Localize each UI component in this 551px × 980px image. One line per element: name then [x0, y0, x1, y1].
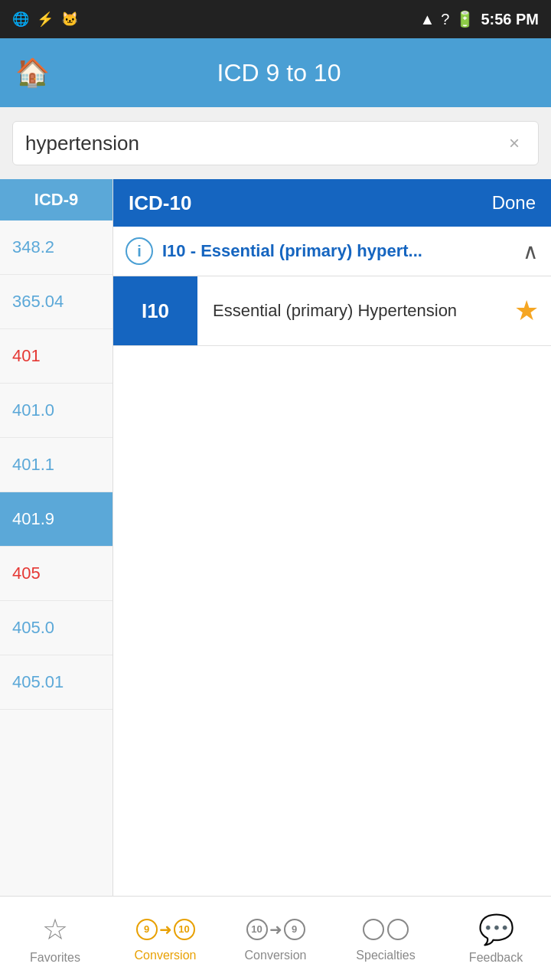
icd9-item-348-2[interactable]: 348.2 [0, 220, 112, 275]
icd9-column: ICD-9 348.2 365.04 401 401.0 401.1 401.9… [0, 179, 113, 896]
nav-label-conversion-9to10: Conversion [135, 949, 197, 962]
nav-label-conversion-10to9: Conversion [245, 949, 307, 962]
specialties-icon [363, 915, 409, 944]
search-input[interactable] [25, 132, 503, 155]
usb-icon: ⚡ [37, 11, 54, 28]
status-left-icons: 🌐 ⚡ 🐱 [12, 11, 78, 28]
icd10-code-label: I10 - Essential (primary) hypert... [162, 241, 514, 261]
nav-item-feedback[interactable]: 💬 Feedback [441, 905, 551, 972]
search-clear-button[interactable]: × [503, 129, 526, 157]
info-icon[interactable]: i [126, 237, 153, 265]
main-content: ICD-9 348.2 365.04 401 401.0 401.1 401.9… [0, 179, 551, 896]
nav-item-specialties[interactable]: Specialties [331, 907, 441, 970]
battery-icon: 🔋 [455, 10, 474, 28]
icd9-item-405-0[interactable]: 405.0 [0, 601, 112, 655]
status-right-icons: ▲ ? 🔋 5:56 PM [419, 10, 539, 28]
app-title: ICD 9 to 10 [65, 59, 493, 87]
icd9-item-401-0[interactable]: 401.0 [0, 384, 112, 438]
icd9-item-405[interactable]: 405 [0, 547, 112, 601]
question-icon: ? [441, 11, 449, 28]
icd9-header: ICD-9 [0, 179, 112, 220]
nav-item-favorites[interactable]: ☆ Favorites [0, 905, 110, 972]
home-icon[interactable]: 🏠 [15, 57, 50, 89]
icd9-item-401-1[interactable]: 401.1 [0, 438, 112, 492]
globe-icon: 🌐 [12, 11, 29, 28]
nav-item-conversion-9to10[interactable]: 9 ➜ 10 Conversion [110, 907, 220, 970]
icd9-item-405-01[interactable]: 405.01 [0, 655, 112, 710]
icd10-result-header[interactable]: i I10 - Essential (primary) hypert... ∧ [113, 227, 551, 276]
chevron-up-icon[interactable]: ∧ [523, 239, 539, 264]
icd10-result-row: i I10 - Essential (primary) hypert... ∧ … [113, 227, 551, 346]
conversion-9to10-icon: 9 ➜ 10 [136, 915, 195, 944]
icd10-code-box[interactable]: I10 [113, 276, 197, 345]
icd9-item-401-9[interactable]: 401.9 [0, 492, 112, 547]
search-container: × [0, 107, 551, 179]
nav-item-conversion-10to9[interactable]: 10 ➜ 9 Conversion [220, 907, 331, 970]
icd10-expanded-item: I10 Essential (primary) Hypertension ★ [113, 276, 551, 345]
cat-icon: 🐱 [61, 11, 78, 28]
nav-label-specialties: Specialties [356, 949, 415, 962]
icd10-column: ICD-10 Done i I10 - Essential (primary) … [113, 179, 551, 896]
icd10-header-title: ICD-10 [129, 191, 191, 215]
nav-label-feedback: Feedback [469, 951, 523, 965]
status-time: 5:56 PM [481, 11, 539, 28]
bottom-nav: ☆ Favorites 9 ➜ 10 Conversion 10 ➜ 9 Con… [0, 896, 551, 980]
icd10-header: ICD-10 Done [113, 179, 551, 227]
conversion-10to9-icon: 10 ➜ 9 [246, 915, 305, 944]
star-favorite-icon[interactable]: ★ [502, 283, 551, 339]
icd9-item-365-04[interactable]: 365.04 [0, 275, 112, 329]
search-bar: × [12, 121, 539, 165]
favorites-star-icon: ☆ [42, 913, 68, 946]
icd10-description: Essential (primary) Hypertension [197, 287, 502, 335]
status-bar: 🌐 ⚡ 🐱 ▲ ? 🔋 5:56 PM [0, 0, 551, 38]
nav-label-favorites: Favorites [30, 951, 80, 965]
app-header: 🏠 ICD 9 to 10 [0, 38, 551, 107]
icd9-item-401[interactable]: 401 [0, 329, 112, 384]
feedback-chat-icon: 💬 [478, 913, 514, 946]
wifi-icon: ▲ [419, 11, 435, 28]
icd10-done-button[interactable]: Done [492, 192, 536, 214]
